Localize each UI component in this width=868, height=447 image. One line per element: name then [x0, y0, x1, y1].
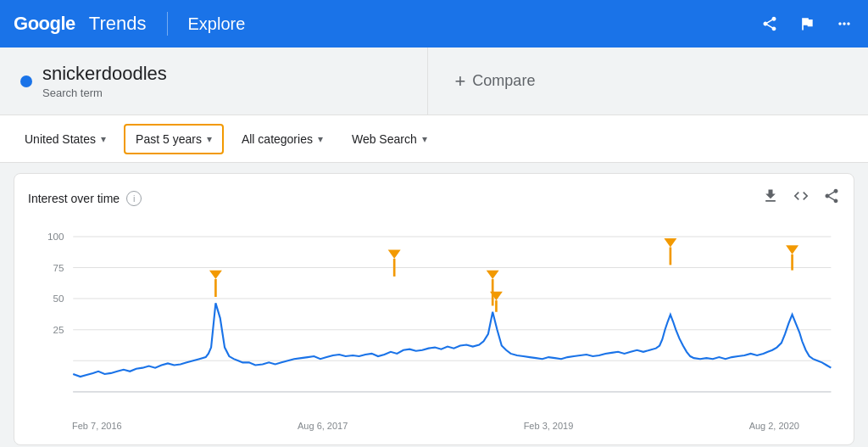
- chart-title: Interest over time: [28, 192, 120, 205]
- header-icons: [760, 14, 854, 34]
- search-area: snickerdoodles Search term + Compare: [0, 47, 868, 115]
- region-chevron-icon: ▾: [101, 133, 106, 145]
- time-chevron-icon: ▾: [207, 133, 212, 145]
- explore-label: Explore: [188, 14, 246, 34]
- category-chevron-icon: ▾: [318, 133, 323, 145]
- region-label: United States: [25, 132, 96, 146]
- time-label: Past 5 years: [136, 132, 202, 146]
- x-label-4: Aug 2, 2020: [749, 421, 799, 431]
- interest-over-time-chart: 100 75 50 25: [28, 219, 840, 414]
- x-label-2: Aug 6, 2017: [298, 421, 348, 431]
- header-divider: [167, 12, 168, 36]
- chart-title-area: Interest over time i: [28, 191, 142, 206]
- chart-container: Interest over time i 100 7: [14, 173, 854, 445]
- app-header: Google Trends Explore: [0, 0, 868, 47]
- svg-text:100: 100: [47, 231, 64, 242]
- svg-marker-13: [487, 271, 499, 279]
- share-chart-icon[interactable]: [823, 187, 840, 209]
- svg-marker-11: [209, 271, 222, 279]
- region-filter[interactable]: United States ▾: [14, 125, 117, 154]
- search-type-chevron-icon: ▾: [422, 133, 427, 145]
- svg-text:50: 50: [53, 293, 64, 304]
- apps-icon[interactable]: [834, 14, 854, 34]
- search-term-type: Search term: [42, 87, 167, 99]
- svg-marker-15: [388, 250, 401, 259]
- chart-svg-wrapper: 100 75 50 25: [28, 219, 840, 431]
- filter-bar: United States ▾ Past 5 years ▾ All categ…: [0, 115, 868, 163]
- compare-label: Compare: [472, 72, 535, 90]
- trends-label: Trends: [89, 13, 147, 35]
- embed-icon[interactable]: [793, 187, 810, 209]
- svg-text:25: 25: [53, 324, 64, 335]
- share-icon[interactable]: [760, 14, 780, 34]
- search-term-section: snickerdoodles Search term: [0, 47, 428, 115]
- google-trends-logo: Google Trends: [14, 13, 147, 35]
- time-filter[interactable]: Past 5 years ▾: [124, 124, 224, 154]
- x-label-1: Feb 7, 2016: [72, 421, 122, 431]
- category-filter[interactable]: All categories ▾: [231, 125, 334, 154]
- download-icon[interactable]: [762, 187, 779, 209]
- x-label-3: Feb 3, 2019: [524, 421, 574, 431]
- search-type-label: Web Search: [352, 132, 417, 146]
- chart-header: Interest over time i: [28, 187, 840, 209]
- compare-plus-icon: +: [455, 70, 466, 92]
- search-term-info: snickerdoodles Search term: [42, 63, 167, 99]
- google-wordmark: Google: [14, 13, 75, 35]
- svg-marker-21: [786, 245, 798, 254]
- svg-marker-19: [664, 238, 676, 247]
- info-icon[interactable]: i: [126, 191, 142, 206]
- search-type-filter[interactable]: Web Search ▾: [341, 125, 438, 154]
- chart-actions: [762, 187, 840, 209]
- search-term-name: snickerdoodles: [42, 63, 167, 85]
- flag-icon[interactable]: [797, 14, 817, 34]
- category-label: All categories: [242, 132, 313, 146]
- svg-text:75: 75: [53, 262, 64, 273]
- x-axis-labels: Feb 7, 2016 Aug 6, 2017 Feb 3, 2019 Aug …: [28, 417, 840, 431]
- term-color-indicator: [20, 75, 32, 87]
- compare-section[interactable]: + Compare: [428, 47, 869, 115]
